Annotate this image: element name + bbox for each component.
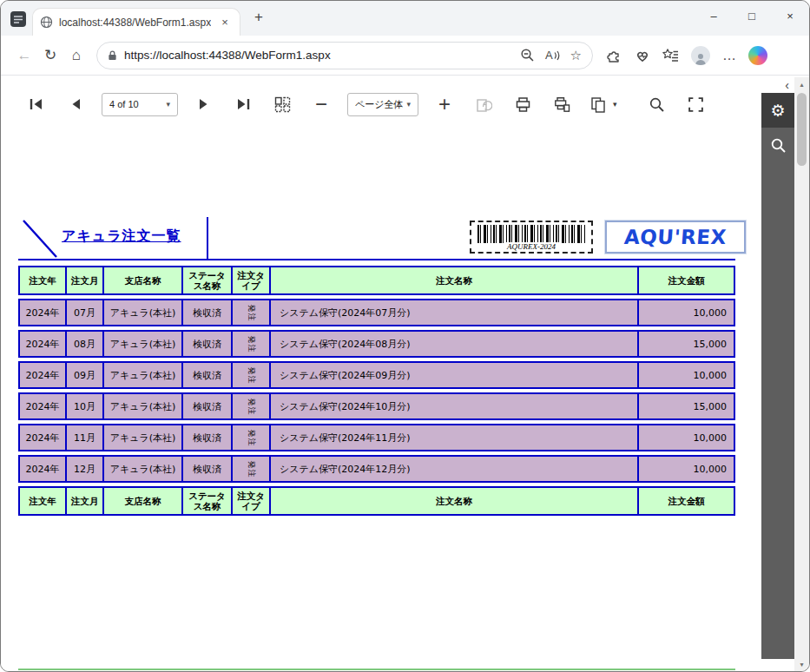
report-viewer: 4 of 10 ▾ − ページ全体 ▾ + [1,76,761,671]
previous-page-button[interactable] [63,91,89,117]
cell-name: システム保守(2024年11月分) [271,425,639,450]
viewer-toolbar: 4 of 10 ▾ − ページ全体 ▾ + [1,76,761,132]
cell-month: 11月 [67,425,104,450]
new-tab-button[interactable]: + [247,6,270,29]
column-header: 注文タイプ [233,267,271,293]
collapse-panel-icon[interactable]: ‹ [761,77,794,93]
cell-amount: 10,000 [639,425,734,450]
zoom-page-icon[interactable] [520,48,535,63]
report-page: アキュラ注文一覧 AQUREX-2024 AQU'REX 注文年注文月支店名称ス… [18,217,735,671]
refresh-report-button[interactable] [471,91,497,117]
scroll-down-icon[interactable]: ▾ [794,657,809,671]
read-aloud-icon[interactable]: A [545,49,560,62]
cell-year: 2024年 [20,425,67,450]
zoom-mode-combobox[interactable]: ページ全体 ▾ [347,93,418,116]
profile-avatar[interactable] [691,46,710,65]
back-icon[interactable]: ← [11,43,37,69]
tab-close-icon[interactable]: × [217,15,233,30]
close-button[interactable]: × [771,1,809,30]
chevron-down-icon: ▾ [166,100,170,109]
fullscreen-button[interactable] [683,91,709,117]
search-icon [770,137,787,154]
cell-type: 発注 [233,300,271,325]
cell-amount: 10,000 [639,300,734,325]
cell-amount: 15,000 [639,332,734,356]
scrollbar-thumb[interactable] [797,93,807,166]
export-dropdown-icon[interactable]: ▾ [613,100,617,109]
favorite-star-icon[interactable]: ☆ [570,48,582,63]
browser-action-icons: … [607,46,767,65]
cell-amount: 15,000 [639,394,734,418]
column-header: 注文タイプ [233,488,271,514]
barcode[interactable]: AQUREX-2024 [470,221,593,254]
report-footer: 4頁目/全10頁 印 [18,669,735,671]
last-page-button[interactable] [230,91,256,117]
settings-panel-button[interactable]: ⚙ [761,93,794,128]
browser-essentials-icon[interactable] [635,49,650,63]
browser-titlebar: localhost:44388/WebForm1.aspx × + – □ × [1,1,809,36]
cell-status: 検収済 [183,300,233,325]
cell-month: 12月 [67,457,104,481]
settings-ellipsis-icon[interactable]: … [722,48,736,63]
side-panel-body: ⚙ [761,93,794,659]
cell-year: 2024年 [20,300,67,325]
search-panel-button[interactable] [761,128,794,162]
cell-branch: アキュラ(本社) [104,457,183,481]
column-header: 支店名称 [104,488,183,514]
order-row: 2024年08月アキュラ(本社)検収済発注システム保守(2024年08月分)15… [18,330,735,358]
table-header-row: 注文年注文月支店名称ステータス名称注文タイプ注文名称注文金額 [18,266,735,295]
title-divider-line [207,217,208,259]
browser-window: localhost:44388/WebForm1.aspx × + – □ × … [0,0,810,672]
report-title: アキュラ注文一覧 [62,227,181,246]
cell-status: 検収済 [183,363,233,387]
diagonal-line [22,219,60,259]
export-copy-button[interactable] [588,91,609,117]
multipage-view-button[interactable] [269,91,295,117]
cell-month: 07月 [67,300,104,325]
print-button[interactable] [510,91,536,117]
column-header: 注文月 [67,267,104,293]
cell-branch: アキュラ(本社) [104,394,183,418]
cell-amount: 10,000 [639,457,734,481]
logo-text: AQU'REX [623,226,728,248]
refresh-icon[interactable]: ↻ [37,43,63,69]
footer-green-line [18,669,735,670]
copilot-icon[interactable] [748,46,767,65]
column-header: 注文月 [67,488,104,514]
print-layout-button[interactable] [549,91,575,117]
zoom-in-button[interactable]: + [431,91,458,117]
table-footer-header-row: 注文年注文月支店名称ステータス名称注文タイプ注文名称注文金額 [18,486,735,516]
browser-tab[interactable]: localhost:44388/WebForm1.aspx × [32,8,240,36]
search-button[interactable] [644,91,670,117]
first-page-button[interactable] [23,91,49,117]
cell-branch: アキュラ(本社) [104,332,183,356]
extensions-puzzle-icon[interactable] [607,48,622,63]
gear-icon: ⚙ [770,101,785,121]
cell-status: 検収済 [183,457,233,481]
minimize-button[interactable]: – [695,1,733,30]
column-header: 注文名称 [271,267,639,293]
zoom-out-button[interactable]: − [308,91,334,117]
zoom-mode-value: ページ全体 [355,98,404,111]
column-header: 支店名称 [104,267,183,293]
cell-type: 発注 [233,394,271,418]
cell-year: 2024年 [20,394,67,418]
favorites-icon[interactable] [662,48,679,63]
window-controls: – □ × [695,1,809,30]
scroll-up-icon[interactable]: ▴ [794,77,809,91]
page-number-combobox[interactable]: 4 of 10 ▾ [102,93,178,116]
vertical-scrollbar[interactable]: ▴ ▾ [794,77,809,671]
workspaces-icon[interactable] [10,10,27,28]
viewer-side-panel: ‹ ⚙ [761,77,794,659]
cell-name: システム保守(2024年09月分) [271,363,639,387]
url-bar[interactable]: https://localhost:44388/WebForm1.aspx A … [96,42,593,69]
next-page-button[interactable] [191,91,217,117]
column-header: ステータス名称 [183,267,233,293]
maximize-button[interactable]: □ [733,1,771,30]
home-icon[interactable]: ⌂ [63,43,89,69]
cell-type: 発注 [233,425,271,450]
column-header: 注文年 [20,267,67,293]
cell-name: システム保守(2024年12月分) [271,457,639,481]
cell-type: 発注 [233,363,271,387]
column-header: 注文名称 [271,488,639,514]
